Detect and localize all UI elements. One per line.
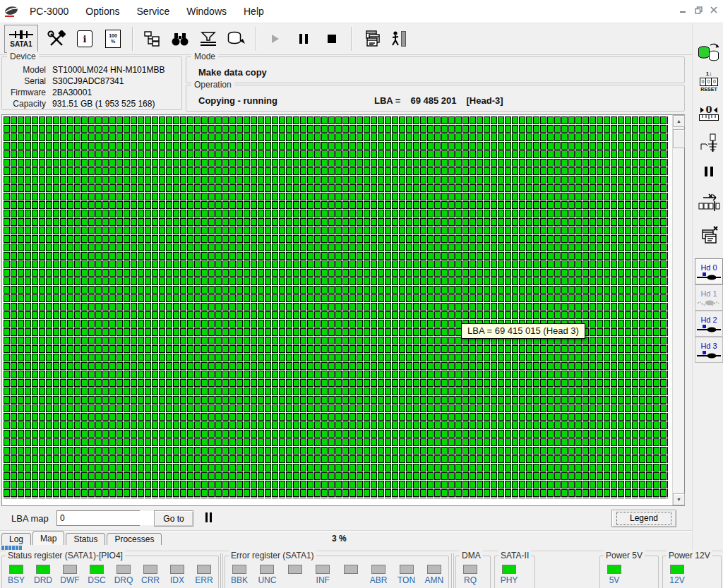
- head-test-button[interactable]: [695, 129, 723, 157]
- led-bbk: BBK: [229, 565, 250, 585]
- led-indicator: [36, 565, 50, 574]
- panel-separator: [220, 553, 221, 588]
- sector-map-grid[interactable]: [4, 116, 668, 501]
- head-button-hd3[interactable]: Hd 3: [695, 337, 723, 363]
- progress-segment: [12, 546, 15, 550]
- device-field-value: 2BA30001: [52, 87, 92, 98]
- led-bsy: BSY: [6, 565, 27, 585]
- sidebar-pause-button[interactable]: [695, 160, 723, 183]
- pause-button[interactable]: [289, 25, 318, 52]
- funnel-icon: [199, 31, 217, 47]
- scroll-down-button[interactable]: ▼: [673, 493, 685, 505]
- led-label: AMN: [425, 575, 444, 585]
- head-label: Hd 3: [700, 342, 717, 350]
- goto-button[interactable]: Go to: [154, 510, 193, 527]
- device-field-label: Serial: [2, 76, 46, 87]
- panel-separator: [451, 553, 452, 588]
- drive-test-button[interactable]: 100%: [99, 25, 127, 52]
- menu-item-pc-3000[interactable]: PC-3000: [21, 4, 77, 18]
- menu-item-options[interactable]: Options: [77, 4, 128, 18]
- lba-goto-bar: LBA map D Go to Legend: [0, 507, 692, 530]
- legend-button[interactable]: Legend: [611, 510, 676, 527]
- restore-button[interactable]: [691, 3, 706, 17]
- menu-item-help[interactable]: Help: [235, 4, 273, 18]
- close-windows-button[interactable]: [695, 222, 723, 251]
- play-icon: [270, 34, 280, 44]
- tab-processes[interactable]: Processes: [107, 533, 162, 545]
- utility-tasks-button[interactable]: [42, 25, 71, 52]
- led-indicator: [316, 565, 330, 574]
- head-button-hd1[interactable]: Hd 1: [695, 284, 723, 311]
- head-button-hd0[interactable]: Hd 0: [695, 258, 723, 284]
- stop-button[interactable]: [318, 25, 346, 52]
- tab-log[interactable]: Log: [1, 533, 31, 545]
- close-windows-icon: [698, 226, 719, 247]
- led-label: TON: [398, 575, 415, 585]
- sata2-group: SATA-II PHY: [494, 556, 535, 588]
- led-rq: RQ: [460, 565, 481, 585]
- reset-counters-button[interactable]: 1↓ 000 RESET: [695, 68, 723, 95]
- led-unlabeled: [340, 565, 362, 585]
- map-pause-indicator[interactable]: [205, 512, 212, 522]
- led-label: DWF: [60, 575, 79, 585]
- dma-title: DMA: [460, 551, 483, 560]
- data-extract-button[interactable]: [222, 25, 251, 52]
- led-dwf: DWF: [59, 565, 80, 585]
- head-label: Hd 1: [700, 289, 717, 298]
- sector-ruler-button[interactable]: 0: [695, 100, 723, 126]
- data-copy-button[interactable]: [695, 39, 723, 67]
- device-field-label: Model: [2, 64, 46, 76]
- pause-icon: [299, 34, 308, 44]
- led-indicator: [170, 565, 184, 574]
- power5-title: Power 5V: [604, 551, 645, 560]
- sata-connector-icon: [9, 30, 33, 40]
- skip-counter-button[interactable]: [695, 188, 723, 217]
- register-panel: Status register (SATA1)-[PIO4] BSYDRDDWF…: [0, 551, 723, 588]
- windows-cascade-button[interactable]: [357, 25, 385, 52]
- led-abr: ABR: [368, 565, 389, 585]
- exit-button[interactable]: [385, 25, 413, 52]
- sata1-port-button[interactable]: SATA1: [4, 25, 38, 53]
- led-indicator: [260, 565, 274, 574]
- led-indicator: [371, 565, 386, 574]
- passport-icon: i: [77, 30, 92, 47]
- sector-map[interactable]: ▲ ▼ LBA = 69 415 015 (Head 3): [1, 114, 685, 506]
- close-button[interactable]: [706, 3, 722, 17]
- scroll-thumb[interactable]: [673, 129, 685, 148]
- tab-map[interactable]: Map: [32, 531, 64, 545]
- exit-icon: [390, 30, 408, 48]
- error-register-title: Error register (SATA1): [229, 551, 316, 560]
- folder-tree-button[interactable]: [138, 25, 166, 52]
- tab-status[interactable]: Status: [66, 533, 105, 545]
- device-field-label: Firmware: [2, 87, 46, 98]
- led-indicator: [344, 565, 358, 574]
- mode-panel: Mode Make data copy: [186, 56, 685, 83]
- status-register-group: Status register (SATA1)-[PIO4] BSYDRDDWF…: [1, 556, 219, 588]
- right-sidebar: 1↓ 000 RESET 0: [695, 23, 723, 551]
- menu-item-windows[interactable]: Windows: [178, 4, 235, 18]
- menu-item-service[interactable]: Service: [129, 4, 179, 18]
- filter-button[interactable]: [194, 25, 222, 52]
- drive-passport-button[interactable]: i: [71, 25, 99, 52]
- minimize-button[interactable]: [675, 3, 691, 17]
- search-button[interactable]: [166, 25, 194, 52]
- counter-skip-icon: [698, 193, 720, 212]
- progress-segment: [5, 546, 8, 550]
- device-panel-title: Device: [7, 52, 39, 61]
- device-field-serial: SerialS30CJ9ADC87341: [2, 76, 181, 87]
- progress-percent-label: 3 %: [332, 534, 347, 544]
- led-indicator: [197, 565, 211, 574]
- app-logo-icon: [4, 5, 18, 18]
- toolbar-separator: [132, 27, 133, 51]
- tools-icon: [47, 30, 66, 47]
- map-scrollbar[interactable]: ▲ ▼: [672, 115, 684, 505]
- cascade-windows-icon: [361, 30, 381, 48]
- percent-page-icon: 100%: [105, 30, 121, 48]
- start-button[interactable]: [261, 25, 289, 52]
- device-field-label: Capacity: [2, 98, 46, 109]
- lba-input[interactable]: [57, 511, 169, 525]
- scroll-up-button[interactable]: ▲: [673, 115, 685, 127]
- led-label: BSY: [8, 575, 25, 585]
- toolbar-separator: [256, 27, 256, 51]
- head-button-hd2[interactable]: Hd 2: [695, 311, 723, 337]
